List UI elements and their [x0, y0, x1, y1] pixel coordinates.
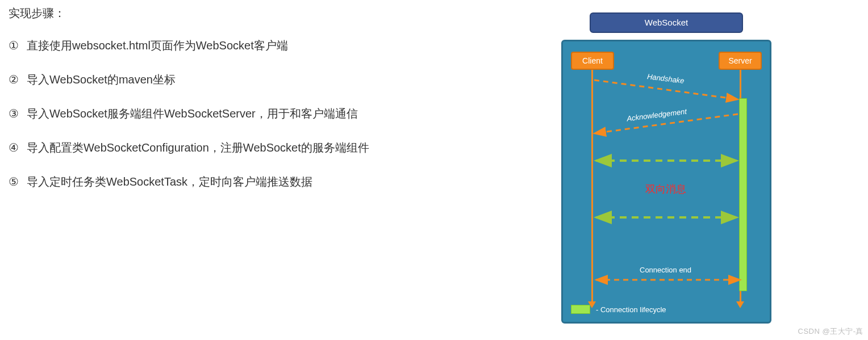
- step-item: ⑤导入定时任务类WebSocketTask，定时向客户端推送数据: [9, 173, 520, 190]
- step-number: ⑤: [9, 173, 19, 190]
- step-item: ①直接使用websocket.html页面作为WebSocket客户端: [9, 37, 520, 54]
- watermark: CSDN @王大宁-真: [798, 326, 863, 337]
- step-number: ①: [9, 37, 19, 54]
- client-node: Client: [571, 52, 614, 70]
- step-text: 导入WebSocket的maven坐标: [27, 73, 176, 86]
- connection-end-label: Connection end: [640, 266, 691, 274]
- ack-label: Acknowledgement: [626, 107, 687, 123]
- diagram-body: Client Server: [561, 40, 771, 324]
- bidi-message-label: 双向消息: [645, 182, 686, 196]
- client-lifeline: [591, 70, 593, 303]
- step-text: 直接使用websocket.html页面作为WebSocket客户端: [27, 39, 288, 52]
- step-item: ②导入WebSocket的maven坐标: [9, 71, 520, 88]
- steps-heading: 实现步骤：: [9, 6, 520, 21]
- server-node: Server: [719, 52, 762, 70]
- legend-text: - Connection lifecycle: [596, 305, 666, 314]
- step-text: 导入WebSocket服务端组件WebSocketServer，用于和客户端通信: [27, 107, 358, 120]
- legend-swatch-icon: [571, 305, 590, 314]
- steps-panel: 实现步骤： ①直接使用websocket.html页面作为WebSocket客户…: [9, 6, 520, 207]
- diagram-title: WebSocket: [590, 12, 743, 33]
- step-item: ③导入WebSocket服务端组件WebSocketServer，用于和客户端通…: [9, 105, 520, 122]
- legend: - Connection lifecycle: [571, 305, 666, 314]
- handshake-label: Handshake: [646, 72, 685, 85]
- step-number: ④: [9, 139, 19, 156]
- websocket-diagram: WebSocket Client Server: [561, 6, 771, 324]
- lifecycle-bar: [739, 98, 747, 291]
- step-number: ③: [9, 105, 19, 122]
- step-text: 导入配置类WebSocketConfiguration，注册WebSocket的…: [27, 141, 369, 154]
- step-text: 导入定时任务类WebSocketTask，定时向客户端推送数据: [27, 175, 312, 188]
- step-number: ②: [9, 71, 19, 88]
- step-item: ④导入配置类WebSocketConfiguration，注册WebSocket…: [9, 139, 520, 156]
